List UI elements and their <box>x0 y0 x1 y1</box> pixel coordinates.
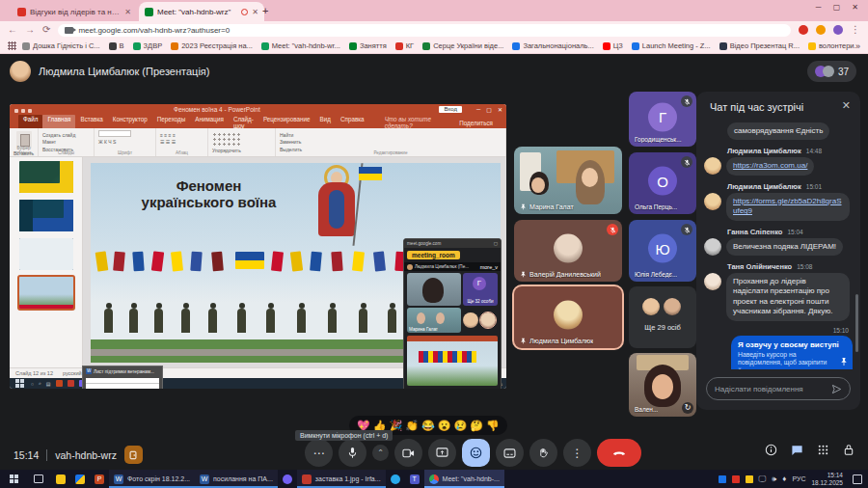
tile-liudmyla-active[interactable]: Людмила Цимбалюк <box>514 286 622 348</box>
taskbar-clock[interactable]: 15:1418.12.2025 <box>811 472 843 486</box>
taskbar-shield-app[interactable] <box>70 470 90 488</box>
reaction-emoji[interactable]: 👎 <box>486 420 500 431</box>
bookmark-item[interactable]: 2023 Реєстрація на... <box>171 41 253 50</box>
taskbar-telegram[interactable] <box>386 470 405 488</box>
ppt-layout[interactable]: Макет <box>42 139 90 145</box>
bookmark-item[interactable]: ЦЗ <box>603 41 623 50</box>
send-icon[interactable] <box>831 384 842 394</box>
reactions-button-active[interactable] <box>462 439 490 467</box>
more-controls-button[interactable]: ⋮ <box>563 439 591 467</box>
camera-button[interactable] <box>394 439 422 467</box>
close-button[interactable]: ✕ <box>846 3 864 12</box>
taskbar-image-viewer[interactable]: заставка 1.jpg - Irfa... <box>297 470 386 488</box>
reaction-emoji[interactable]: 💖 <box>357 420 370 431</box>
tab1-close-icon[interactable]: ✕ <box>124 8 131 16</box>
bookmarks-overflow-icon[interactable]: » <box>855 41 860 51</box>
slide-thumb-1[interactable] <box>19 161 73 193</box>
taskbar-sticky-notes[interactable] <box>51 470 70 488</box>
new-tab-button[interactable]: + <box>262 5 268 16</box>
bookmark-item[interactable]: Meet: "vah-hdnb-wr... <box>261 41 340 50</box>
participants-badge[interactable]: 37 <box>807 61 856 82</box>
raise-hand-button[interactable] <box>529 439 557 467</box>
tile-yuliia[interactable]: Ю Юлія Лебедє... <box>629 220 696 282</box>
bookmark-item[interactable]: волонтери.mp4 - G... <box>808 41 855 50</box>
slide-thumb-2[interactable] <box>19 200 73 231</box>
tab2-close-icon[interactable]: ✕ <box>252 8 258 16</box>
bookmark-item[interactable]: В <box>109 41 124 50</box>
reload-button[interactable]: ⟳ <box>42 25 50 35</box>
slide-thumb-12-selected[interactable] <box>19 277 73 309</box>
extension-icon-2[interactable] <box>816 25 826 35</box>
apps-grid-icon[interactable] <box>8 41 16 50</box>
reaction-emoji[interactable]: 🎉 <box>389 420 402 431</box>
camera-flip-icon[interactable]: ↻ <box>682 402 693 414</box>
taskbar-word-2[interactable]: Wпосилання на ПА... <box>195 470 278 488</box>
reaction-emoji[interactable]: 😂 <box>421 420 435 431</box>
reaction-emoji[interactable]: 😢 <box>453 420 467 431</box>
ppt-replace[interactable]: Заменить <box>280 139 502 145</box>
shared-screen[interactable]: Феномен воїна 4 - PowerPoint Вход ─▢✕ Фа… <box>10 104 506 389</box>
extension-icon[interactable] <box>799 25 808 35</box>
tray-mic-icon[interactable]: ♦ <box>782 474 786 483</box>
bookmark-item[interactable]: Серце України віде... <box>422 41 503 50</box>
word-preview-popup[interactable]: WЛист підтримки ветеранам... <box>82 366 163 389</box>
ppt-window-controls[interactable]: ─▢✕ <box>476 106 502 113</box>
start-button[interactable] <box>10 474 18 483</box>
browser-tab-2-active[interactable]: Meet: "vah-hdnb-wrz" ✕ <box>139 2 264 21</box>
ppt-new-slide[interactable]: Создать слайд <box>42 132 90 138</box>
language-indicator[interactable]: РУС <box>792 475 805 482</box>
ppt-font-box[interactable] <box>98 130 131 137</box>
ppt-thumbnail-panel[interactable] <box>10 157 83 367</box>
bookmark-item[interactable]: Дошка Гідність і С... <box>22 41 100 50</box>
tile-more-participants[interactable]: Ще 29 осіб <box>629 286 696 348</box>
maximize-button[interactable]: ▢ <box>827 3 846 12</box>
taskbar-viber[interactable] <box>278 470 297 488</box>
url-bar[interactable]: meet.google.com/vah-hdnb-wrz?authuser=0 <box>58 24 791 37</box>
ppt-share-button[interactable]: Поделиться <box>449 118 502 128</box>
chat-close-icon[interactable]: ✕ <box>842 99 851 112</box>
tile-horodyshchenska[interactable]: Г Городищенськ... <box>629 92 696 147</box>
info-button[interactable] <box>765 444 777 456</box>
pin-icon[interactable] <box>840 357 848 366</box>
reaction-emoji[interactable]: 😮 <box>438 420 451 431</box>
taskbar-chrome-meet[interactable]: Meet: "vah-hdnb-... <box>424 470 504 488</box>
ppt-shapes[interactable] <box>212 132 241 146</box>
ppt-signin-button[interactable]: Вход <box>439 106 462 113</box>
tray-icon-yellow[interactable] <box>746 475 753 483</box>
tile-olha[interactable]: О Ольга Перць... <box>629 152 696 214</box>
profile-avatar[interactable] <box>833 25 843 35</box>
activities-grid-button[interactable] <box>817 444 829 456</box>
tile-valerii[interactable]: Валерій Данилевський <box>514 220 622 282</box>
tile-marina-halat[interactable]: Марина Галат <box>514 147 622 214</box>
bookmark-item[interactable]: КГ <box>395 41 414 50</box>
browser-tab-1[interactable]: Відгуки від лідерів та наставн... ✕ <box>12 2 137 21</box>
reaction-emoji[interactable]: 👍 <box>373 420 387 431</box>
browser-menu-icon[interactable]: ⋮ <box>851 25 860 35</box>
mic-button[interactable] <box>339 439 366 467</box>
tray-volume-icon[interactable]: 🕪 <box>772 474 776 484</box>
host-controls-button[interactable] <box>843 444 854 456</box>
captions-button[interactable] <box>496 439 524 467</box>
ppt-find[interactable]: Найти <box>280 132 502 138</box>
present-screen-button[interactable] <box>428 439 456 467</box>
taskbar-word-1[interactable]: WФото скрін 18.12.2... <box>109 470 195 488</box>
taskbar-powerpoint[interactable]: P <box>90 470 109 488</box>
tray-monitor-icon[interactable]: 🖵 <box>759 474 767 484</box>
bookmark-item[interactable]: ЗДВР <box>133 41 163 50</box>
chat-messages[interactable]: самоврядування Єдність Людмила Цимбалюк … <box>704 122 853 369</box>
back-button[interactable]: ← <box>8 25 17 35</box>
reaction-emoji[interactable]: 🤔 <box>470 420 483 431</box>
forward-button[interactable]: → <box>25 25 35 35</box>
chat-panel-button-active[interactable] <box>791 444 803 456</box>
bookmark-item[interactable]: Відео Презентац R... <box>719 41 800 50</box>
reaction-emoji[interactable]: 👏 <box>405 420 419 431</box>
meeting-room-badge[interactable] <box>124 446 143 464</box>
tray-icon-shield[interactable] <box>719 475 726 483</box>
chat-input[interactable] <box>715 385 827 393</box>
slide-thumb-3[interactable] <box>19 238 73 270</box>
own-message-bubble[interactable]: Я озвучу у своєму виступі Наведіть курсо… <box>731 336 853 369</box>
chat-scrollbar[interactable] <box>855 294 858 352</box>
taskbar-teams[interactable]: T <box>405 470 424 488</box>
tray-icon-red[interactable] <box>732 475 740 483</box>
ppt-arrange[interactable]: Упорядочить <box>212 148 271 153</box>
